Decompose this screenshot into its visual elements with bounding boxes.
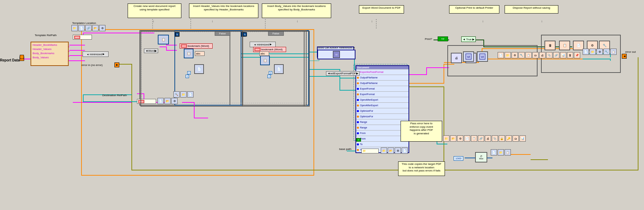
error-out-label: error out bbox=[625, 50, 636, 53]
right-vi-4[interactable]: 🔧 bbox=[603, 49, 610, 55]
minimized-selector-2[interactable]: ◄ minimized ▶ bbox=[250, 42, 276, 47]
error-in-label: error in (no error) bbox=[81, 64, 103, 67]
right-vis-group: 📄 📁 ⚙ 🔧 📋 bbox=[583, 49, 617, 55]
word-get-activex-vi[interactable]: VI bbox=[317, 50, 355, 59]
header-values-item: Header_Values bbox=[32, 47, 67, 51]
arrow-2: ↓ bbox=[212, 19, 213, 23]
invoke-row-outputfilename: OutputFileName bbox=[356, 75, 409, 80]
d-6[interactable]: 🗂 bbox=[532, 52, 539, 58]
d-4[interactable]: 🔧 bbox=[518, 52, 525, 58]
invoke-dot-6 bbox=[357, 104, 359, 107]
subvi-2[interactable]: 📋 bbox=[184, 49, 194, 58]
node-icon-right-1[interactable]: VI bbox=[463, 51, 474, 62]
right-vi-5[interactable]: 📋 bbox=[610, 49, 617, 55]
og-6[interactable]: 🔗 bbox=[478, 135, 484, 142]
print-case-structure: 🖨 📄 bbox=[447, 45, 538, 76]
subvi-4[interactable]: 📋 bbox=[260, 56, 270, 65]
d-8[interactable]: 📎 bbox=[546, 52, 552, 58]
annotation-dispose-report: Dispose Report without saving bbox=[505, 5, 558, 14]
subvi-5[interactable]: 📄 bbox=[274, 64, 284, 74]
invoke-row-exportformat-out: ExportFormat bbox=[356, 91, 409, 97]
build-path-2[interactable]: 📁 bbox=[180, 91, 187, 98]
d-7[interactable]: 🖨 bbox=[539, 52, 546, 58]
bp-icon-3[interactable]: ⚙ bbox=[395, 148, 401, 154]
annotation-pass-error: Pass error here to enforce copy event ha… bbox=[401, 121, 442, 142]
og-7[interactable]: 🖨 bbox=[485, 135, 491, 142]
invoke-row-optimizefor: OptimizeFor bbox=[356, 108, 409, 114]
path-icon-1[interactable]: 📁 bbox=[71, 25, 78, 31]
right-vi-2[interactable]: 📁 bbox=[590, 49, 596, 55]
template-relpath-control[interactable]: abc bbox=[73, 35, 92, 40]
arrow-1: ↓ bbox=[153, 19, 154, 23]
path-icon-3[interactable]: 🔗 bbox=[85, 25, 92, 31]
og-2[interactable]: 📂 bbox=[450, 135, 456, 142]
invoke-dot-2 bbox=[357, 82, 359, 84]
base-path-label: base path bbox=[339, 148, 351, 151]
invoke-dot-7 bbox=[357, 110, 359, 112]
bookmark-word-1: abc bookmark (Word) bbox=[180, 43, 213, 49]
minimized-selector-1[interactable]: ◄ minimized ▶ bbox=[83, 51, 109, 57]
d-5[interactable]: 📋 bbox=[525, 52, 532, 58]
annotation-copy-pdf: This code copies the target PDF to a net… bbox=[398, 161, 445, 176]
d-12[interactable]: 📌 bbox=[574, 52, 580, 58]
print-bool-control[interactable]: TF bbox=[438, 36, 448, 41]
path-icon-5[interactable]: ⚙ bbox=[99, 25, 105, 31]
og-8[interactable]: 📎 bbox=[492, 135, 498, 142]
print-vi-1[interactable]: 🖨 bbox=[451, 53, 462, 63]
build-path-3[interactable]: 📄 bbox=[187, 91, 194, 98]
template-relpath-label: Template RelPath bbox=[35, 34, 57, 37]
invoke-row-exportformat: ExportFormat bbox=[356, 86, 409, 91]
invoke-dot-3 bbox=[357, 88, 359, 90]
subvi-3[interactable]: 📄 bbox=[194, 64, 204, 74]
error-in-terminal: ▶ bbox=[114, 62, 119, 67]
copy-icon-1[interactable]: 📄 bbox=[491, 149, 497, 156]
path-icon-4[interactable]: 📂 bbox=[92, 25, 98, 31]
false-label-2: False bbox=[268, 31, 284, 36]
og-10[interactable]: 🔑 bbox=[506, 135, 512, 142]
og-11[interactable]: 🗂 bbox=[513, 135, 519, 142]
right-vi-1[interactable]: 📄 bbox=[583, 49, 589, 55]
node-icon-right-2[interactable]: VI bbox=[477, 51, 488, 62]
dest-relpath-label: Destination RelPath bbox=[102, 94, 127, 97]
bp-icon-1[interactable]: 📁 bbox=[381, 148, 387, 154]
invoke-row-optimizefor-out: OptimizeFor bbox=[356, 114, 409, 119]
print-label: Print? bbox=[425, 37, 432, 41]
d-9[interactable]: 🔗 bbox=[553, 52, 559, 58]
i-const-1: I bbox=[186, 75, 189, 78]
wait-vi[interactable]: ⏱ Wait bbox=[475, 152, 487, 162]
abc-indicator-2: abc bbox=[259, 51, 269, 56]
og-1[interactable]: 📁 bbox=[443, 135, 449, 142]
dispose-vi-2[interactable]: 📋 bbox=[559, 41, 570, 50]
subvi-1[interactable]: 📋 bbox=[158, 35, 169, 44]
right-vi-3[interactable]: ⚙ bbox=[596, 49, 603, 55]
copy-icon-3[interactable]: 📋 bbox=[505, 149, 511, 156]
og-3[interactable]: ⚙ bbox=[457, 135, 463, 142]
bp-icon-2[interactable]: 📂 bbox=[388, 148, 394, 154]
d-2[interactable]: 📁 bbox=[505, 52, 511, 58]
wd-export-format-pdf-const[interactable]: ◄wdExportFormatPDF▶ bbox=[326, 71, 360, 76]
d-10[interactable]: 📊 bbox=[560, 52, 566, 58]
dispose-vi-1[interactable]: 🗑 bbox=[544, 41, 556, 50]
og-5[interactable]: 📋 bbox=[471, 135, 477, 142]
og-9[interactable]: 🔒 bbox=[499, 135, 505, 142]
svg-text:VI: VI bbox=[467, 55, 470, 59]
orange-group-path: 📁 📂 ⚙ 📄 📋 🔗 🖨 📎 🔒 🔑 🗂 📊 bbox=[443, 135, 526, 142]
word-enum-const[interactable]: ◄Word▶ bbox=[144, 49, 158, 53]
bp-icon-4[interactable]: 📄 bbox=[402, 148, 408, 154]
og-12[interactable]: 📊 bbox=[520, 135, 526, 142]
bool-false-const: F bbox=[356, 138, 361, 142]
annotation-create-report: Create new word document report using te… bbox=[128, 3, 181, 18]
d-1[interactable]: 📄 bbox=[498, 52, 504, 58]
invoke-dot-10 bbox=[357, 127, 359, 129]
base-path-control[interactable]: 📁 bbox=[361, 149, 379, 153]
d-11[interactable]: 🗑 bbox=[567, 52, 573, 58]
copy-icon-2[interactable]: 📁 bbox=[498, 149, 504, 156]
build-path-1[interactable]: 🔨 bbox=[173, 91, 180, 98]
templates-location-controls: 📁 📄 🔗 📂 ⚙ bbox=[71, 25, 105, 31]
d-3[interactable]: ⚙ bbox=[512, 52, 518, 58]
path-icon-2[interactable]: 📄 bbox=[78, 25, 85, 31]
og-4[interactable]: 📄 bbox=[464, 135, 470, 142]
invoke-row-outputfilename-out: OutputFileName bbox=[356, 80, 409, 86]
templates-location-label: Templates Location bbox=[72, 22, 96, 25]
body-values-item: Body_Values bbox=[32, 56, 67, 59]
